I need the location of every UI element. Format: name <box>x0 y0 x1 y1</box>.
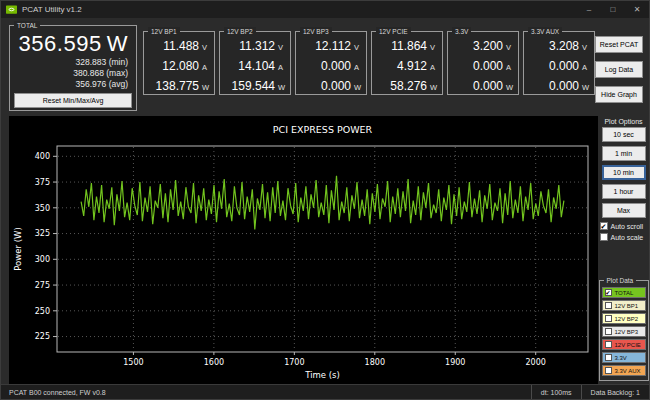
range-button-1-min[interactable]: 1 min <box>602 146 646 161</box>
rail-unit: W <box>354 79 361 97</box>
reset-min-max-avg-button[interactable]: Reset Min/Max/Avg <box>14 93 132 108</box>
rail-value-row: 3.200V <box>452 37 513 57</box>
rail-value: 0.000 <box>321 77 351 95</box>
checkbox-auto-scale[interactable]: Auto scale <box>600 233 648 241</box>
rail-unit: W <box>278 79 285 97</box>
plot-data-item-3-3v-aux[interactable]: 3.3V AUX <box>602 365 646 376</box>
plot-data-item-label: 3.3V AUX <box>615 368 641 374</box>
plot-data-item-label: 12V BP1 <box>615 303 639 309</box>
rail-panel-12v-bp1: 12V BP111.488V12.080A138.775W <box>143 31 215 95</box>
total-power-unit: W <box>107 31 128 57</box>
rail-panel-label: 12V BP2 <box>224 27 256 36</box>
rail-panel-3-3v: 3.3V3.200V0.000A0.000W <box>447 31 519 95</box>
x-tick-label: 1800 <box>365 358 385 367</box>
range-button-1-hour[interactable]: 1 hour <box>602 184 646 199</box>
total-max: 380.868 (max) <box>13 68 133 79</box>
reset-pcat-button[interactable]: Reset PCAT <box>595 36 643 53</box>
log-data-button[interactable]: Log Data <box>595 61 643 78</box>
power-chart-container: 1500160017001800190020002252502753003253… <box>9 116 598 384</box>
rail-unit: W <box>506 79 513 97</box>
rail-value: 0.000 <box>549 77 579 95</box>
rail-value-row: 11.864V <box>376 37 437 57</box>
rail-unit: A <box>278 59 285 77</box>
minimize-icon[interactable]: – <box>577 1 601 18</box>
y-tick-label: 325 <box>35 229 50 238</box>
plot-data-item-12v-bp3[interactable]: 12V BP3 <box>602 326 646 337</box>
rail-value-row: 0.000A <box>300 57 361 77</box>
total-panel: TOTAL 356.595 W 328.883 (min) 380.868 (m… <box>9 25 137 111</box>
y-tick-label: 225 <box>35 332 50 341</box>
plot-data-item-3-3v[interactable]: 3.3V <box>602 352 646 363</box>
rail-panel-12v-bp3: 12V BP312.112V0.000A0.000W <box>295 31 367 95</box>
rail-value: 3.200 <box>473 37 503 55</box>
rail-value: 11.312 <box>239 37 275 55</box>
range-button-10-sec[interactable]: 10 sec <box>602 127 646 142</box>
checkbox-label: Auto scroll <box>611 223 644 230</box>
rail-unit: V <box>278 39 285 57</box>
plot-data-item-label: 3.3V <box>615 355 627 361</box>
app-window: PCAT Utility v1.2 – □ ✕ TOTAL 356.595 W … <box>0 0 650 400</box>
checkbox-box: ✔ <box>600 222 608 230</box>
plot-data-checkbox <box>605 315 612 322</box>
connection-status: PCAT B00 connected, FW v0.8 <box>1 389 531 396</box>
rail-panel-label: 3.3V <box>452 27 471 36</box>
plot-data-item-12v-pcie[interactable]: 12V PCIE <box>602 339 646 350</box>
y-tick-label: 250 <box>35 307 50 316</box>
plot-options-label: Plot Options <box>604 118 642 125</box>
rail-value: 0.000 <box>473 57 503 75</box>
rail-panel-label: 12V BP1 <box>148 27 180 36</box>
y-tick-label: 375 <box>35 178 50 187</box>
plot-data-item-label: 12V BP2 <box>615 316 639 322</box>
plot-data-items: ✔TOTAL12V BP112V BP212V BP312V PCIE3.3V3… <box>602 287 646 376</box>
rail-panel-label: 12V BP3 <box>300 27 332 36</box>
rail-unit: W <box>202 79 209 97</box>
x-tick-label: 1700 <box>284 358 304 367</box>
y-tick-label: 350 <box>35 204 50 213</box>
rail-value-row: 0.000W <box>528 77 589 97</box>
rail-unit: V <box>582 39 589 57</box>
rail-unit: A <box>582 59 589 77</box>
rail-value-row: 58.276W <box>376 77 437 97</box>
rail-panel-3-3v-aux: 3.3V AUX3.208V0.000A0.000W <box>523 31 595 95</box>
status-bar: PCAT B00 connected, FW v0.8 dt: 100ms Da… <box>1 384 649 400</box>
x-tick-label: 2000 <box>526 358 546 367</box>
plot-data-checkbox: ✔ <box>605 289 612 296</box>
y-tick-label: 400 <box>35 152 50 161</box>
rail-value-row: 11.312V <box>224 37 285 57</box>
plot-area <box>57 146 588 352</box>
rail-unit: A <box>202 59 209 77</box>
rail-panel-label: 3.3V AUX <box>528 27 562 36</box>
rail-value-row: 159.544W <box>224 77 285 97</box>
rail-value: 0.000 <box>321 57 351 75</box>
rail-value-row: 3.208V <box>528 37 589 57</box>
rail-value: 0.000 <box>549 57 579 75</box>
plot-data-item-12v-bp1[interactable]: 12V BP1 <box>602 300 646 311</box>
hide-graph-button[interactable]: Hide Graph <box>595 86 643 103</box>
rail-value-row: 11.488V <box>148 37 209 57</box>
range-button-max[interactable]: Max <box>602 203 646 218</box>
rail-value: 0.000 <box>473 77 503 95</box>
rail-panel-12v-pcie: 12V PCIE11.864V4.912A58.276W <box>371 31 443 95</box>
plot-data-panel: Plot Data ✔TOTAL12V BP112V BP212V BP312V… <box>599 280 649 381</box>
checkbox-auto-scroll[interactable]: ✔Auto scroll <box>600 222 648 230</box>
plot-data-item-12v-bp2[interactable]: 12V BP2 <box>602 313 646 324</box>
x-tick-label: 1500 <box>123 358 143 367</box>
y-axis-label: Power (W) <box>13 227 23 270</box>
rail-value-row: 0.000A <box>528 57 589 77</box>
measurement-panels: TOTAL 356.595 W 328.883 (min) 380.868 (m… <box>1 18 649 115</box>
rail-value-row: 0.000W <box>452 77 513 97</box>
plot-data-checkbox <box>605 367 612 374</box>
total-panel-label: TOTAL <box>14 21 40 30</box>
close-icon[interactable]: ✕ <box>625 1 649 18</box>
rail-value-row: 0.000A <box>452 57 513 77</box>
range-button-10-min[interactable]: 10 min <box>602 165 646 180</box>
rail-unit: V <box>506 39 513 57</box>
window-title: PCAT Utility v1.2 <box>22 5 577 14</box>
maximize-icon[interactable]: □ <box>601 1 625 18</box>
plot-sidebar: Plot Options 10 sec1 min10 min1 hourMax … <box>598 115 649 384</box>
rail-panel-12v-bp2: 12V BP211.312V14.104A159.544W <box>219 31 291 95</box>
x-tick-label: 1600 <box>204 358 224 367</box>
total-power-readout: 356.595 W <box>13 31 133 57</box>
plot-range-buttons: 10 sec1 min10 min1 hourMax <box>602 127 646 222</box>
plot-data-item-total[interactable]: ✔TOTAL <box>602 287 646 298</box>
